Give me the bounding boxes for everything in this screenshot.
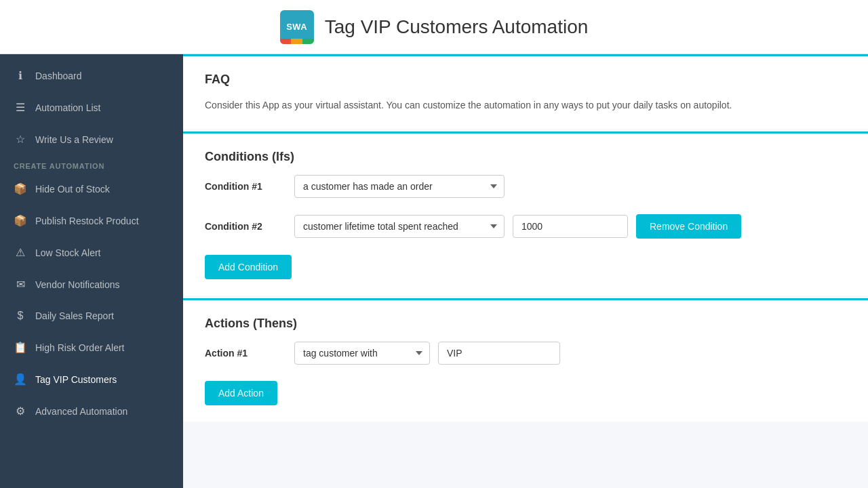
actions-title: Actions (Thens) <box>205 317 846 331</box>
mail-icon: ✉ <box>14 278 27 291</box>
sidebar-item-tag-vip-customers[interactable]: 👤 Tag VIP Customers <box>0 363 183 395</box>
sidebar-item-label: Advanced Automation <box>35 406 127 417</box>
sidebar-item-dashboard[interactable]: ℹ Dashboard <box>0 60 183 92</box>
condition-2-row: Condition #2 a customer has made an orde… <box>205 214 846 239</box>
package-icon: 📦 <box>14 182 27 195</box>
sidebar-item-label: Write Us a Review <box>35 134 113 145</box>
sidebar-item-label: Dashboard <box>35 70 82 81</box>
sidebar-item-label: Publish Restock Product <box>35 216 139 226</box>
stripe-red <box>280 39 292 44</box>
logo-stripe <box>280 39 314 44</box>
sidebar-item-label: Daily Sales Report <box>35 310 114 321</box>
warning-icon: ⚠ <box>14 246 27 259</box>
condition-2-value-input[interactable] <box>513 215 628 238</box>
condition-2-label: Condition #2 <box>205 221 286 232</box>
sidebar-item-label: Hide Out of Stock <box>35 184 110 195</box>
main-content: FAQ Consider this App as your virtual as… <box>183 54 868 488</box>
add-action-button[interactable]: Add Action <box>205 381 277 405</box>
faq-title: FAQ <box>205 73 846 87</box>
app-logo: SWA <box>280 10 314 44</box>
condition-1-select[interactable]: a customer has made an order customer li… <box>294 175 505 198</box>
add-condition-button[interactable]: Add Condition <box>205 255 292 279</box>
action-1-value-input[interactable] <box>438 342 560 365</box>
condition-2-select[interactable]: a customer has made an order customer li… <box>294 215 505 238</box>
dollar-icon: $ <box>14 310 27 322</box>
sidebar-item-label: High Risk Order Alert <box>35 342 124 353</box>
stripe-yellow <box>291 39 302 44</box>
action-1-select[interactable]: tag customer with <box>294 342 430 365</box>
sidebar-section-create: CREATE AUTOMATION <box>0 155 183 173</box>
stripe-green <box>302 39 314 44</box>
sidebar-item-label: Automation List <box>35 102 101 113</box>
clipboard-icon: 📋 <box>14 341 27 354</box>
sidebar-item-label: Vendor Notifications <box>35 279 120 290</box>
info-icon: ℹ <box>14 69 27 82</box>
conditions-title: Conditions (Ifs) <box>205 150 846 164</box>
condition-1-label: Condition #1 <box>205 181 286 192</box>
action-1-label: Action #1 <box>205 348 286 359</box>
star-icon: ☆ <box>14 133 27 146</box>
sidebar-item-high-risk-order-alert[interactable]: 📋 High Risk Order Alert <box>0 331 183 363</box>
sidebar-item-write-review[interactable]: ☆ Write Us a Review <box>0 123 183 155</box>
sidebar-item-label: Tag VIP Customers <box>35 374 117 385</box>
sidebar-item-automation-list[interactable]: ☰ Automation List <box>0 92 183 123</box>
sidebar-item-publish-restock[interactable]: 📦 Publish Restock Product <box>0 205 183 237</box>
sidebar-item-advanced-automation[interactable]: ⚙ Advanced Automation <box>0 395 183 427</box>
faq-text: Consider this App as your virtual assist… <box>205 98 846 113</box>
list-icon: ☰ <box>14 101 27 114</box>
sidebar-item-low-stock-alert[interactable]: ⚠ Low Stock Alert <box>0 237 183 268</box>
sidebar-item-hide-out-of-stock[interactable]: 📦 Hide Out of Stock <box>0 173 183 205</box>
sidebar: ℹ Dashboard ☰ Automation List ☆ Write Us… <box>0 54 183 488</box>
faq-block: FAQ Consider this App as your virtual as… <box>183 54 868 129</box>
app-header: SWA Tag VIP Customers Automation <box>0 0 868 54</box>
sidebar-item-vendor-notifications[interactable]: ✉ Vendor Notifications <box>0 268 183 300</box>
condition-1-row: Condition #1 a customer has made an orde… <box>205 175 846 198</box>
conditions-block: Conditions (Ifs) Condition #1 a customer… <box>183 131 868 296</box>
main-layout: ℹ Dashboard ☰ Automation List ☆ Write Us… <box>0 54 868 488</box>
page-title: Tag VIP Customers Automation <box>325 16 589 38</box>
sidebar-item-daily-sales-report[interactable]: $ Daily Sales Report <box>0 300 183 331</box>
actions-block: Actions (Thens) Action #1 tag customer w… <box>183 298 868 422</box>
logo-text: SWA <box>286 22 307 31</box>
action-1-row: Action #1 tag customer with <box>205 342 846 365</box>
gear-icon: ⚙ <box>14 405 27 418</box>
restock-icon: 📦 <box>14 214 27 227</box>
remove-condition-button[interactable]: Remove Condition <box>636 214 741 239</box>
user-icon: 👤 <box>14 373 27 386</box>
sidebar-item-label: Low Stock Alert <box>35 247 101 258</box>
